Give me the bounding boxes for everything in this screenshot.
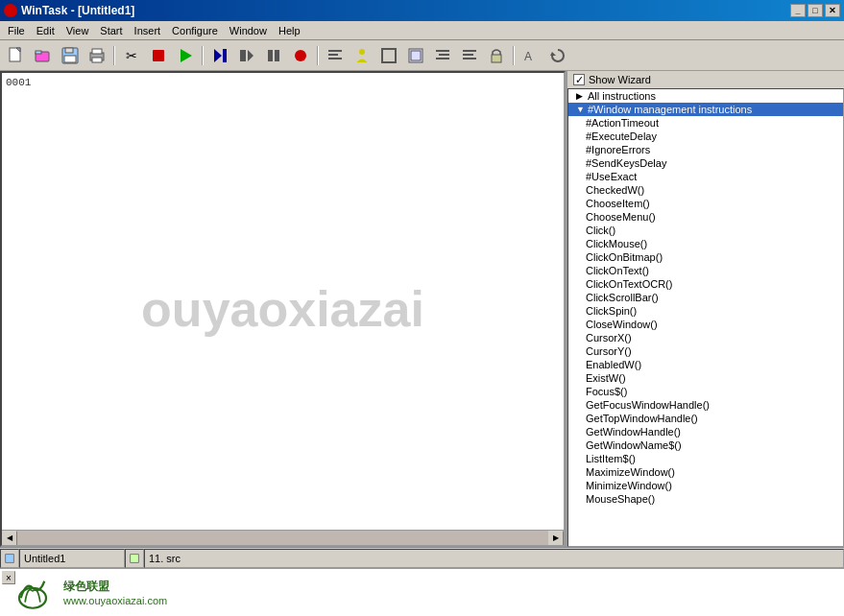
menu-configure[interactable]: Configure [166,22,224,39]
tree-item-execute-delay[interactable]: #ExecuteDelay Slows down script executio… [568,130,843,143]
tree-label-click-spin: ClickSpin() [586,305,637,317]
tree-item-choose-item[interactable]: ChooseItem() [568,197,843,210]
tree-item-window-management[interactable]: ▼ #Window management instructions [568,103,843,116]
tree-label-use-exact: #UseExact [586,171,637,182]
close-button[interactable]: ✕ [825,4,840,17]
tree-item-get-focus-window-handle[interactable]: GetFocusWindowHandle() [568,398,843,412]
show-wizard-checkbox[interactable]: ✓ [573,74,585,85]
tree-item-mouse-shape[interactable]: MouseShape() [568,492,843,506]
toolbar-lock[interactable] [484,44,509,67]
maximize-button[interactable]: □ [808,4,823,17]
tree-item-action-timeout[interactable]: #ActionTimeout [568,116,843,130]
bottom-strip: × 绿色联盟 www.ouyaoxiazai.com [0,568,844,616]
tree-item-click-on-text-ocr[interactable]: ClickOnTextOCR() [568,277,843,291]
tree-item-maximize-window[interactable]: MaximizeWindow() [568,465,843,479]
brand-logo [10,573,56,613]
horizontal-scrollbar[interactable]: ◀ ▶ [2,530,564,545]
menu-start[interactable]: Start [94,22,128,39]
svg-marker-34 [550,52,556,56]
tree-item-ignore-errors[interactable]: #IgnoreErrors [568,143,843,156]
tree-label-choose-item: ChooseItem() [586,198,650,209]
tree-item-exist-w[interactable]: ExistW() [568,371,843,385]
scroll-right-arrow[interactable]: ▶ [548,531,564,546]
svg-rect-13 [223,49,227,62]
tree-item-all-instructions[interactable]: ▶ All instructions [568,89,843,103]
scroll-track[interactable] [17,531,548,546]
window-controls[interactable]: _ □ ✕ [790,4,840,17]
tree-label-get-focus-window-handle: GetFocusWindowHandle() [586,399,710,411]
toolbar-new[interactable] [4,44,29,67]
tree-item-minimize-window[interactable]: MinimizeWindow() [568,479,843,492]
toolbar-wizard[interactable] [350,44,374,67]
instruction-list[interactable]: ▶ All instructions ▼ #Window management … [567,88,844,547]
toolbar-open[interactable] [31,44,56,67]
toolbar-box[interactable] [376,44,401,67]
tree-item-click-scrollbar[interactable]: ClickScrollBar() [568,291,843,304]
status-pane-icon2 [125,549,144,568]
main-content: 0001 ouyaoxiazai ◀ ▶ ✓ Show Wizard ▶ All… [0,71,844,547]
toolbar-pause[interactable] [261,44,286,67]
status-pane-tab2[interactable]: 11. src [144,549,844,568]
tree-item-get-top-window-handle[interactable]: GetTopWindowHandle() [568,412,843,425]
tree-item-send-keys-delay[interactable]: #SendKeysDelay [568,156,843,170]
tree-label-click-on-text: ClickOnText() [586,265,649,276]
tree-item-click-on-text[interactable]: ClickOnText() [568,264,843,277]
svg-rect-29 [463,50,476,52]
toolbar-record[interactable] [207,44,232,67]
brand-name: 绿色联盟 [63,579,167,595]
tree-item-close-window[interactable]: CloseWindow() [568,318,843,331]
svg-rect-6 [64,56,76,62]
menu-insert[interactable]: Insert [129,22,167,39]
tree-item-get-window-handle[interactable]: GetWindowHandle() [568,425,843,438]
toolbar: ✂ A [0,40,844,71]
tree-item-checked-w[interactable]: CheckedW() [568,183,843,197]
menu-help[interactable]: Help [273,22,306,39]
svg-rect-8 [92,49,102,54]
svg-rect-26 [436,50,449,52]
toolbar-rec-btn[interactable] [288,44,313,67]
tree-item-use-exact[interactable]: #UseExact [568,170,843,183]
menu-file[interactable]: File [2,22,31,39]
menu-bar: File Edit View Start Insert Configure Wi… [0,21,844,40]
toolbar-refresh[interactable] [545,44,570,67]
brand-info: 绿色联盟 www.ouyaoxiazai.com [63,579,167,606]
toolbar-save[interactable] [58,44,83,67]
tree-item-cursor-y[interactable]: CursorY() [568,344,843,358]
line-number: 0001 [6,77,31,88]
svg-rect-3 [36,51,41,54]
toolbar-print[interactable] [84,44,109,67]
tree-label-action-timeout: #ActionTimeout [586,117,659,129]
svg-rect-9 [92,58,102,62]
tree-item-click[interactable]: Click() [568,224,843,237]
toolbar-run[interactable] [173,44,198,67]
toolbar-step[interactable] [234,44,259,67]
scroll-left-arrow[interactable]: ◀ [2,531,17,546]
editor-area[interactable]: 0001 ouyaoxiazai ◀ ▶ [0,71,566,547]
toolbar-outdent[interactable] [457,44,482,67]
tree-item-cursor-x[interactable]: CursorX() [568,331,843,344]
toolbar-indent[interactable] [430,44,455,67]
tree-item-get-window-name[interactable]: GetWindowName$() [568,438,843,452]
tree-label-focus: Focus$() [586,386,627,397]
minimize-button[interactable]: _ [790,4,806,17]
tree-item-focus[interactable]: Focus$() [568,385,843,398]
bottom-close-button[interactable]: × [2,571,15,584]
tree-item-click-spin[interactable]: ClickSpin() [568,304,843,318]
app-icon [4,4,17,17]
menu-view[interactable]: View [60,22,95,39]
toolbar-stop[interactable] [146,44,171,67]
status-pane-tab1[interactable]: Untitled1 [19,549,125,568]
tree-item-enabled-w[interactable]: EnabledW() [568,358,843,371]
tree-item-list-item[interactable]: ListItem$() [568,452,843,465]
menu-window[interactable]: Window [224,22,273,39]
toolbar-align[interactable] [323,44,348,67]
tree-item-click-on-bitmap[interactable]: ClickOnBitmap() [568,250,843,264]
tree-item-choose-menu[interactable]: ChooseMenu() [568,210,843,224]
toolbar-cut[interactable]: ✂ [119,44,144,67]
toolbar-text[interactable]: A [518,44,543,67]
menu-edit[interactable]: Edit [31,22,60,39]
toolbar-box2[interactable] [403,44,428,67]
tree-label-click: Click() [586,225,615,236]
tree-item-click-mouse[interactable]: ClickMouse() [568,237,843,250]
tree-label-enabled-w: EnabledW() [586,359,641,370]
